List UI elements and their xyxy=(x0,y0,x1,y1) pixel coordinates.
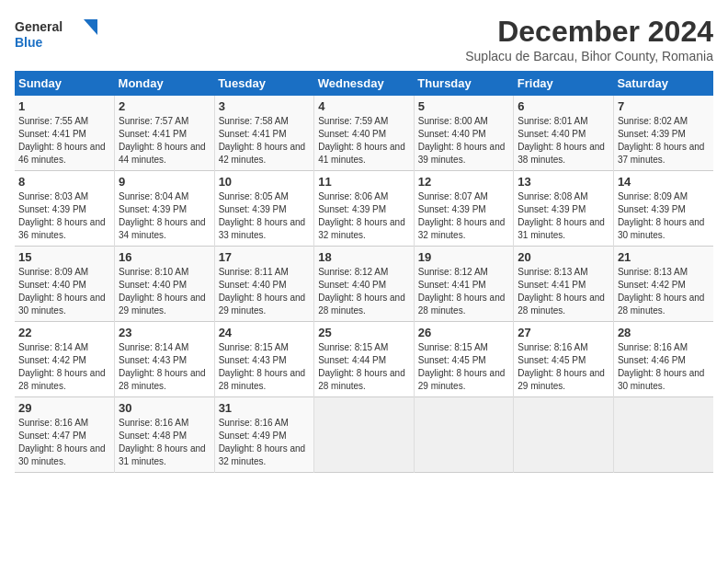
day-info: Sunrise: 8:13 AMSunset: 4:42 PMDaylight:… xyxy=(618,266,710,317)
logo-svg: General Blue xyxy=(15,15,97,56)
month-title: December 2024 xyxy=(465,15,713,49)
week-row-4: 22Sunrise: 8:14 AMSunset: 4:42 PMDayligh… xyxy=(15,322,713,397)
weekday-header-friday: Friday xyxy=(514,71,614,96)
calendar-cell: 5Sunrise: 8:00 AMSunset: 4:40 PMDaylight… xyxy=(414,96,514,171)
calendar-cell xyxy=(613,397,713,473)
day-info: Sunrise: 8:04 AMSunset: 4:39 PMDaylight:… xyxy=(119,190,210,242)
calendar-cell: 25Sunrise: 8:15 AMSunset: 4:44 PMDayligh… xyxy=(314,322,415,397)
svg-marker-2 xyxy=(84,19,97,35)
day-number: 2 xyxy=(119,99,210,113)
day-info: Sunrise: 8:01 AMSunset: 4:40 PMDaylight:… xyxy=(518,115,609,167)
day-number: 25 xyxy=(318,326,410,339)
week-row-3: 15Sunrise: 8:09 AMSunset: 4:40 PMDayligh… xyxy=(15,247,713,322)
week-row-5: 29Sunrise: 8:16 AMSunset: 4:47 PMDayligh… xyxy=(15,397,713,473)
day-info: Sunrise: 8:03 AMSunset: 4:39 PMDaylight:… xyxy=(18,190,110,242)
day-info: Sunrise: 7:55 AMSunset: 4:41 PMDaylight:… xyxy=(18,115,110,167)
day-number: 17 xyxy=(219,250,311,264)
weekday-header-sunday: Sunday xyxy=(15,71,115,96)
calendar-cell xyxy=(314,397,415,473)
day-info: Sunrise: 8:02 AMSunset: 4:39 PMDaylight:… xyxy=(618,115,710,167)
calendar-cell: 17Sunrise: 8:11 AMSunset: 4:40 PMDayligh… xyxy=(214,247,314,322)
svg-text:General: General xyxy=(15,19,63,34)
calendar-cell: 30Sunrise: 8:16 AMSunset: 4:48 PMDayligh… xyxy=(115,397,215,473)
day-info: Sunrise: 8:16 AMSunset: 4:48 PMDaylight:… xyxy=(119,417,210,468)
day-number: 8 xyxy=(18,175,110,189)
day-info: Sunrise: 8:09 AMSunset: 4:40 PMDaylight:… xyxy=(18,266,110,317)
calendar-cell: 7Sunrise: 8:02 AMSunset: 4:39 PMDaylight… xyxy=(613,96,713,171)
day-number: 3 xyxy=(219,99,311,113)
day-info: Sunrise: 8:16 AMSunset: 4:47 PMDaylight:… xyxy=(18,417,110,468)
calendar-cell: 22Sunrise: 8:14 AMSunset: 4:42 PMDayligh… xyxy=(15,322,115,397)
calendar-cell: 6Sunrise: 8:01 AMSunset: 4:40 PMDaylight… xyxy=(514,96,614,171)
day-info: Sunrise: 8:13 AMSunset: 4:41 PMDaylight:… xyxy=(518,266,609,317)
day-number: 21 xyxy=(618,250,710,264)
day-info: Sunrise: 8:06 AMSunset: 4:39 PMDaylight:… xyxy=(318,190,410,242)
title-area: December 2024 Suplacu de Barcau, Bihor C… xyxy=(465,15,713,63)
day-number: 13 xyxy=(518,175,609,189)
day-number: 1 xyxy=(18,99,110,113)
day-number: 15 xyxy=(18,250,110,264)
day-number: 12 xyxy=(418,175,510,189)
day-info: Sunrise: 8:05 AMSunset: 4:39 PMDaylight:… xyxy=(219,190,311,242)
day-number: 14 xyxy=(618,175,710,189)
day-info: Sunrise: 8:14 AMSunset: 4:43 PMDaylight:… xyxy=(119,341,210,393)
calendar-header: SundayMondayTuesdayWednesdayThursdayFrid… xyxy=(15,71,713,96)
day-number: 6 xyxy=(518,99,609,113)
calendar-cell: 27Sunrise: 8:16 AMSunset: 4:45 PMDayligh… xyxy=(514,322,614,397)
calendar-cell: 2Sunrise: 7:57 AMSunset: 4:41 PMDaylight… xyxy=(115,96,215,171)
day-info: Sunrise: 8:14 AMSunset: 4:42 PMDaylight:… xyxy=(18,341,110,393)
day-info: Sunrise: 7:58 AMSunset: 4:41 PMDaylight:… xyxy=(219,115,311,167)
day-number: 7 xyxy=(618,99,710,113)
calendar-cell: 28Sunrise: 8:16 AMSunset: 4:46 PMDayligh… xyxy=(613,322,713,397)
day-number: 23 xyxy=(119,326,210,339)
day-info: Sunrise: 7:57 AMSunset: 4:41 PMDaylight:… xyxy=(119,115,210,167)
day-info: Sunrise: 8:12 AMSunset: 4:40 PMDaylight:… xyxy=(318,266,410,317)
weekday-header-monday: Monday xyxy=(115,71,215,96)
day-info: Sunrise: 8:16 AMSunset: 4:45 PMDaylight:… xyxy=(518,341,609,393)
calendar-cell: 26Sunrise: 8:15 AMSunset: 4:45 PMDayligh… xyxy=(414,322,514,397)
calendar-cell: 19Sunrise: 8:12 AMSunset: 4:41 PMDayligh… xyxy=(414,247,514,322)
day-info: Sunrise: 8:12 AMSunset: 4:41 PMDaylight:… xyxy=(418,266,510,317)
day-number: 11 xyxy=(318,175,410,189)
calendar-cell: 20Sunrise: 8:13 AMSunset: 4:41 PMDayligh… xyxy=(514,247,614,322)
week-row-1: 1Sunrise: 7:55 AMSunset: 4:41 PMDaylight… xyxy=(15,96,713,171)
calendar-cell: 24Sunrise: 8:15 AMSunset: 4:43 PMDayligh… xyxy=(214,322,314,397)
day-info: Sunrise: 8:15 AMSunset: 4:45 PMDaylight:… xyxy=(418,341,510,393)
day-number: 24 xyxy=(219,326,311,339)
location-title: Suplacu de Barcau, Bihor County, Romania xyxy=(465,49,713,63)
weekday-header-tuesday: Tuesday xyxy=(214,71,314,96)
day-number: 9 xyxy=(119,175,210,189)
day-number: 20 xyxy=(518,250,609,264)
day-number: 18 xyxy=(318,250,410,264)
day-info: Sunrise: 8:08 AMSunset: 4:39 PMDaylight:… xyxy=(518,190,609,242)
weekday-header-wednesday: Wednesday xyxy=(314,71,415,96)
day-number: 10 xyxy=(219,175,311,189)
day-info: Sunrise: 8:16 AMSunset: 4:49 PMDaylight:… xyxy=(219,417,311,468)
logo: General Blue xyxy=(15,15,97,56)
calendar-cell: 18Sunrise: 8:12 AMSunset: 4:40 PMDayligh… xyxy=(314,247,415,322)
calendar-cell: 9Sunrise: 8:04 AMSunset: 4:39 PMDaylight… xyxy=(115,171,215,247)
calendar-cell: 12Sunrise: 8:07 AMSunset: 4:39 PMDayligh… xyxy=(414,171,514,247)
weekday-header-saturday: Saturday xyxy=(613,71,713,96)
week-row-2: 8Sunrise: 8:03 AMSunset: 4:39 PMDaylight… xyxy=(15,171,713,247)
calendar-cell: 15Sunrise: 8:09 AMSunset: 4:40 PMDayligh… xyxy=(15,247,115,322)
calendar-table: SundayMondayTuesdayWednesdayThursdayFrid… xyxy=(15,71,713,473)
calendar-cell xyxy=(514,397,614,473)
day-info: Sunrise: 8:11 AMSunset: 4:40 PMDaylight:… xyxy=(219,266,311,317)
day-number: 29 xyxy=(18,401,110,415)
day-info: Sunrise: 8:15 AMSunset: 4:44 PMDaylight:… xyxy=(318,341,410,393)
day-number: 16 xyxy=(119,250,210,264)
calendar-cell xyxy=(414,397,514,473)
calendar-cell: 3Sunrise: 7:58 AMSunset: 4:41 PMDaylight… xyxy=(214,96,314,171)
day-number: 27 xyxy=(518,326,609,339)
calendar-cell: 14Sunrise: 8:09 AMSunset: 4:39 PMDayligh… xyxy=(613,171,713,247)
calendar-cell: 4Sunrise: 7:59 AMSunset: 4:40 PMDaylight… xyxy=(314,96,415,171)
day-info: Sunrise: 8:16 AMSunset: 4:46 PMDaylight:… xyxy=(618,341,710,393)
day-number: 4 xyxy=(318,99,410,113)
page-header: General Blue December 2024 Suplacu de Ba… xyxy=(15,15,713,63)
day-number: 28 xyxy=(618,326,710,339)
svg-text:Blue: Blue xyxy=(15,35,43,50)
calendar-cell: 10Sunrise: 8:05 AMSunset: 4:39 PMDayligh… xyxy=(214,171,314,247)
calendar-cell: 16Sunrise: 8:10 AMSunset: 4:40 PMDayligh… xyxy=(115,247,215,322)
weekday-header-row: SundayMondayTuesdayWednesdayThursdayFrid… xyxy=(15,71,713,96)
